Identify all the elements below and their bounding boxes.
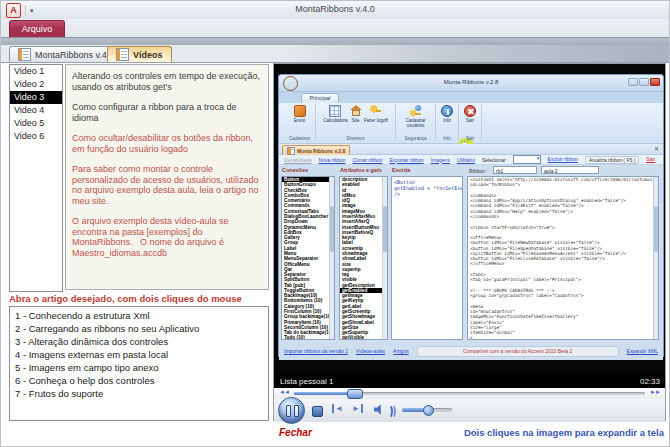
embedded-link: Artigos: [393, 348, 409, 354]
rewind-icon[interactable]: [279, 389, 289, 395]
embedded-button-label: Envio: [294, 118, 306, 123]
embedded-button-label: Cadastrar usuários: [402, 118, 430, 128]
file-tab[interactable]: Arquivo: [9, 20, 65, 38]
tab-videos[interactable]: Vídeos: [107, 46, 172, 62]
embedded-button-exit: Sair: [464, 105, 476, 123]
info-icon: [441, 105, 453, 117]
ribbon-group-label: Cadastros: [284, 136, 315, 141]
embedded-ribbon-tabs: Principal: [279, 92, 663, 103]
conexoes-item: Group backimage(10): [282, 314, 334, 319]
video-list-item[interactable]: Video 2: [10, 78, 62, 91]
playback-time: 02:33: [640, 377, 660, 386]
player-controls: [274, 399, 665, 422]
ribbon-name-field: rb1: [493, 166, 537, 174]
article-list-item[interactable]: 1 - Conhecendo a estrutura Xml: [10, 309, 268, 322]
embedded-link: Excluir ribbon: [548, 156, 578, 164]
description-paragraph: O arquivo exemplo desta vídeo-aula se en…: [72, 216, 262, 258]
keys-icon: [370, 105, 382, 117]
maximize-icon: [639, 78, 649, 86]
scrollbar: [653, 177, 658, 339]
embedded-link-group: DesabilitadaNova ribbonClonar ribbonExpo…: [284, 157, 475, 163]
embedded-link: Importar ribbons da versão 1: [284, 348, 348, 354]
ribbon-group-label: Sair: [459, 136, 481, 141]
ribbon-group-sair: SairSair: [459, 104, 482, 141]
embedded-doc-tab-label: Monta Ribbons v.2.8: [297, 148, 345, 154]
compat-status: Compatível com a versão do Access 2010 B…: [417, 346, 619, 357]
form-icon: [18, 48, 31, 61]
article-list-item[interactable]: 3 - Alteração dinâmica dos controles: [10, 335, 268, 348]
embedded-button-label: Calculadora: [323, 118, 348, 123]
ribbon-group-segurança: Cadastrar usuáriosSegurança: [396, 104, 436, 141]
minimize-icon: [628, 78, 638, 86]
seek-thumb[interactable]: [347, 389, 363, 399]
embedded-toolbar: DesabilitadaNova ribbonClonar ribbonExpo…: [279, 155, 663, 165]
fast-forward-icon[interactable]: [650, 389, 660, 395]
embedded-bottom-links: Importar ribbons da versão 1Vídeos-aulas…: [284, 348, 409, 354]
description-paragraph: Como ocultar/desabilitar os botões da ri…: [72, 133, 262, 154]
close-button[interactable]: Fechar: [279, 427, 312, 438]
titlebar: A ▾ MontaRibbons v.4.0: [1, 1, 669, 20]
articles-listbox[interactable]: 1 - Conhecendo a estrutura Xml2 - Carreg…: [9, 306, 269, 421]
embedded-link: Atualiza ribbon ( F5 ): [585, 156, 639, 164]
embedded-link-group: Excluir ribbonAtualiza ribbon ( F5 )Sair: [548, 156, 656, 164]
video-list-item[interactable]: Video 4: [10, 104, 62, 117]
escrita-panel: <Button getEnabled = "fncGetEnabled" />: [391, 176, 463, 340]
seek-slider[interactable]: [294, 392, 645, 395]
embedded-ribbon: EnvioCadastrosCalculadoraSiteFazer logof…: [279, 103, 663, 144]
video-list-item[interactable]: Video 1: [10, 65, 62, 78]
video-listbox[interactable]: Video 1Video 2Video 3Video 4Video 5Video…: [9, 64, 63, 292]
home-icon: [350, 105, 362, 117]
description-paragraph: Como configurar a ribbon para a troca de…: [72, 102, 262, 123]
article-list-item[interactable]: 6 - Conheça o help dos controles: [10, 374, 268, 387]
embedded-main-area: Conexões Atributos e gets Escrita Ribbon…: [279, 165, 663, 360]
embedded-app-window: Monta Ribbons v.2.8 Principal EnvioCadas…: [278, 74, 664, 357]
embedded-close-tab-icon: [654, 145, 659, 152]
col-header-atributos: Atributos e gets: [340, 167, 382, 173]
expand-hint: Dois cliques na imagem para expandir a t…: [391, 427, 664, 438]
article-list-item[interactable]: 2 - Carregando as ribbons no seu Aplicat…: [10, 322, 268, 335]
next-button[interactable]: [352, 404, 363, 413]
video-list-item[interactable]: Video 6: [10, 130, 62, 143]
video-player[interactable]: Monta Ribbons v.2.8 Principal EnvioCadas…: [273, 63, 666, 421]
escrita-code: <Button getEnabled = "fncGetEnabled" />: [392, 177, 462, 199]
article-list-item[interactable]: 4 - Imagens externas em pasta local: [10, 348, 268, 361]
conexoes-item: Tudo (10): [282, 335, 334, 340]
xml-line: >: [468, 335, 658, 340]
scrollbar: [329, 177, 334, 339]
video-display-area[interactable]: Monta Ribbons v.2.8 Principal EnvioCadas…: [274, 64, 665, 375]
volume-slider[interactable]: [402, 408, 452, 412]
embedded-link: Imagens: [431, 157, 450, 163]
article-list-item[interactable]: 5 - Imagens em campo tipo anexo: [10, 361, 268, 374]
embedded-window-controls: [628, 78, 660, 86]
application-window: A ▾ MontaRibbons v.4.0 Arquivo MontaRibb…: [0, 0, 670, 447]
document-tab-bar: MontaRibbons v.4.0 Vídeos: [1, 45, 669, 63]
expand-xml-link: Expandir XML: [627, 348, 658, 354]
description-paragraph: Alterando os controles em tempo de execu…: [72, 71, 262, 92]
embedded-button-label: Site: [350, 118, 362, 123]
ribbon-group-info: InfoInfo: [436, 104, 459, 141]
article-list-item[interactable]: 7 - Frutos do suporte: [10, 387, 268, 400]
embedded-link: Utilitário: [457, 157, 475, 163]
embedded-button-calculator: Calculadora: [323, 105, 348, 123]
ribbon-field-label: Ribbon :: [469, 168, 488, 174]
embedded-window-title: Monta Ribbons v.2.8: [279, 79, 663, 85]
exit-icon: [464, 105, 476, 117]
video-description-box: Alterando os controles em tempo de execu…: [65, 64, 269, 290]
previous-button[interactable]: [332, 404, 343, 413]
video-list-item[interactable]: Video 3: [10, 91, 62, 104]
embedded-button-home: Site: [350, 105, 362, 123]
embedded-titlebar: Monta Ribbons v.2.8: [279, 75, 663, 92]
video-list-item[interactable]: Video 5: [10, 117, 62, 130]
embedded-button-book: Envio: [294, 105, 306, 123]
ribbon-file-row: Arquivo: [1, 19, 669, 37]
description-paragraph: Para saber como montar o controle person…: [72, 164, 262, 206]
volume-thumb[interactable]: [423, 405, 434, 416]
embedded-link: Clonar ribbon: [353, 157, 383, 163]
selector-combobox: [513, 155, 541, 164]
close-icon: [650, 78, 660, 86]
book-icon: [294, 105, 306, 117]
play-pause-button[interactable]: [278, 397, 305, 424]
embedded-button-keys: Fazer logoff: [364, 105, 388, 123]
stop-button[interactable]: [312, 406, 323, 417]
col-header-escrita: Escrita: [392, 167, 410, 173]
